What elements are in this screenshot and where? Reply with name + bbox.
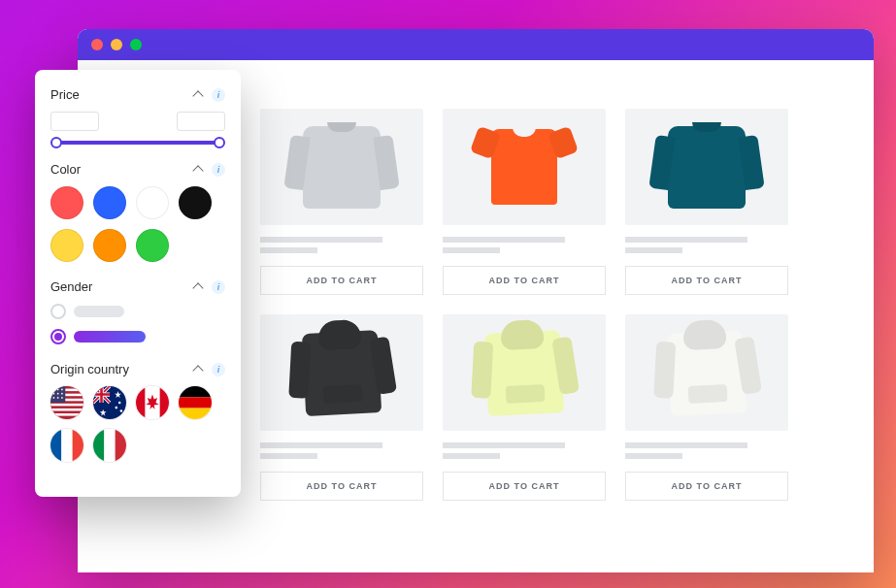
svg-rect-32 — [73, 429, 83, 462]
window-title-bar — [78, 29, 874, 60]
filter-color-label: Color — [50, 162, 81, 177]
svg-point-15 — [57, 397, 59, 399]
flag-ca[interactable] — [136, 386, 169, 419]
radio-icon[interactable] — [50, 329, 66, 344]
svg-point-22 — [116, 407, 118, 409]
chevron-up-icon[interactable] — [194, 364, 206, 376]
color-swatch-orange[interactable] — [93, 229, 126, 262]
product-title-placeholder — [260, 442, 423, 464]
gender-option-1[interactable] — [50, 329, 225, 344]
filter-origin-label: Origin country — [50, 362, 129, 376]
close-window-dot[interactable] — [91, 39, 103, 50]
price-slider[interactable] — [56, 141, 219, 145]
price-slider-max-thumb[interactable] — [214, 137, 225, 148]
product-image[interactable] — [260, 314, 423, 431]
filter-origin: Origin country i — [50, 362, 225, 462]
flag-fr[interactable] — [50, 429, 83, 462]
product-image[interactable] — [443, 314, 606, 431]
filter-panel: Price i Color i Gender — [35, 70, 241, 497]
product-card: ADD TO CART — [260, 314, 423, 501]
svg-rect-34 — [104, 429, 115, 462]
chevron-up-icon[interactable] — [194, 281, 206, 293]
chevron-up-icon[interactable] — [194, 164, 206, 176]
product-title-placeholder — [260, 237, 423, 258]
flag-it[interactable] — [93, 429, 126, 462]
svg-point-10 — [61, 389, 63, 391]
add-to-cart-button[interactable]: ADD TO CART — [443, 472, 606, 501]
product-card: ADD TO CART — [260, 109, 423, 295]
product-image[interactable] — [625, 314, 788, 431]
color-swatch-yellow[interactable] — [50, 229, 83, 262]
svg-point-11 — [53, 393, 55, 395]
price-min-input[interactable] — [50, 112, 99, 131]
svg-point-9 — [57, 389, 59, 391]
svg-rect-31 — [61, 429, 72, 462]
color-swatch-red[interactable] — [50, 186, 83, 219]
product-title-placeholder — [625, 442, 788, 464]
chevron-up-icon[interactable] — [194, 89, 206, 101]
color-swatch-blue[interactable] — [93, 186, 126, 219]
add-to-cart-button[interactable]: ADD TO CART — [443, 266, 606, 295]
svg-rect-5 — [50, 408, 83, 411]
svg-rect-28 — [179, 397, 212, 408]
add-to-cart-button[interactable]: ADD TO CART — [260, 266, 423, 295]
product-image[interactable] — [443, 109, 606, 225]
color-swatch-white[interactable] — [136, 186, 169, 219]
svg-point-23 — [120, 409, 123, 412]
svg-rect-35 — [116, 429, 126, 462]
filter-price-label: Price — [50, 87, 80, 102]
svg-rect-33 — [93, 429, 104, 462]
gender-option-label — [74, 331, 146, 343]
minimize-window-dot[interactable] — [111, 39, 122, 50]
svg-point-14 — [53, 397, 55, 399]
info-icon[interactable]: i — [212, 163, 225, 177]
radio-icon[interactable] — [50, 304, 66, 319]
gender-option-0[interactable] — [50, 304, 225, 319]
info-icon[interactable]: i — [212, 280, 225, 294]
color-swatch-green[interactable] — [136, 229, 169, 262]
maximize-window-dot[interactable] — [130, 39, 142, 50]
add-to-cart-button[interactable]: ADD TO CART — [625, 266, 788, 295]
flag-us[interactable] — [50, 386, 83, 419]
svg-rect-6 — [50, 413, 83, 416]
price-max-input[interactable] — [177, 112, 225, 131]
product-card: ADD TO CART — [443, 314, 606, 501]
svg-rect-25 — [136, 386, 145, 419]
svg-point-16 — [61, 397, 63, 399]
add-to-cart-button[interactable]: ADD TO CART — [625, 472, 788, 501]
info-icon[interactable]: i — [212, 363, 225, 376]
product-card: ADD TO CART — [443, 109, 606, 295]
svg-rect-30 — [50, 429, 61, 462]
filter-gender-label: Gender — [50, 279, 92, 294]
product-title-placeholder — [625, 237, 788, 258]
svg-rect-26 — [160, 386, 169, 419]
product-image[interactable] — [625, 109, 788, 225]
product-card: ADD TO CART — [625, 109, 788, 295]
info-icon[interactable]: i — [212, 88, 225, 102]
svg-rect-27 — [179, 386, 212, 397]
product-image[interactable] — [260, 109, 423, 225]
product-title-placeholder — [443, 237, 606, 258]
product-title-placeholder — [443, 442, 606, 464]
filter-price: Price i — [50, 87, 225, 145]
flag-au[interactable] — [93, 386, 126, 419]
svg-point-13 — [61, 393, 63, 395]
filter-gender: Gender i — [50, 279, 225, 344]
svg-rect-4 — [50, 404, 83, 407]
add-to-cart-button[interactable]: ADD TO CART — [260, 472, 423, 501]
filter-color: Color i — [50, 162, 225, 262]
price-slider-min-thumb[interactable] — [50, 137, 62, 148]
product-card: ADD TO CART — [625, 314, 788, 501]
svg-point-12 — [57, 393, 59, 395]
gender-option-label — [74, 306, 124, 317]
flag-de[interactable] — [179, 386, 212, 419]
svg-rect-29 — [179, 408, 212, 419]
color-swatch-black[interactable] — [179, 186, 212, 219]
svg-point-21 — [118, 402, 121, 405]
svg-point-8 — [53, 389, 55, 391]
